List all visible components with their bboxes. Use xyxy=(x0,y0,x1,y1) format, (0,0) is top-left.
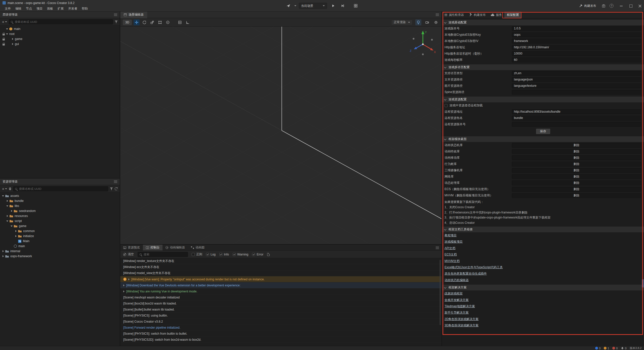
remote-load-checkbox[interactable] xyxy=(445,104,448,107)
preview-platform-icon[interactable] xyxy=(285,3,292,9)
caret-down-icon[interactable] xyxy=(294,5,296,6)
log-row[interactable]: [Window] model_view文件夹不存在 xyxy=(120,270,441,276)
solution-link[interactable]: 新手引导解决方案 xyxy=(445,310,469,316)
text-input[interactable]: 10000 xyxy=(512,51,641,56)
hierarchy-searchbox[interactable] xyxy=(9,19,113,24)
caret-icon[interactable] xyxy=(11,37,14,40)
caret-icon[interactable] xyxy=(6,32,9,35)
sort-icon[interactable] xyxy=(9,187,11,190)
asset-node[interactable]: main xyxy=(0,244,120,249)
menu-item[interactable]: 面板 xyxy=(45,7,55,11)
text-input[interactable]: http://192.168.0.150/main/ xyxy=(512,45,641,50)
asset-node[interactable]: Main xyxy=(0,239,120,244)
console-searchbox[interactable] xyxy=(138,252,188,257)
inspector-tab[interactable]: 框架配置 xyxy=(504,12,521,18)
section-header[interactable]: 框架文档工具链接 xyxy=(442,227,644,232)
log-filter[interactable]: Warning xyxy=(233,253,248,256)
log-row[interactable]: [Window] Download the Vue Devtools exten… xyxy=(120,282,441,288)
maximize-button[interactable] xyxy=(629,4,632,8)
caret-icon[interactable] xyxy=(14,230,17,233)
asset-node[interactable]: resources xyxy=(0,213,120,218)
preview-scene-select[interactable]: 当前场景 xyxy=(299,3,327,9)
delete-module-button[interactable]: 删除 xyxy=(512,162,641,166)
text-input[interactable]: http://localhost:8083/assets/bundle xyxy=(512,109,641,114)
hamburger-menu-icon[interactable] xyxy=(436,247,439,249)
help-icon[interactable]: ? xyxy=(610,4,614,8)
doc-link[interactable]: 教程项目 xyxy=(445,232,457,239)
delete-module-button[interactable]: 删除 xyxy=(512,155,641,160)
asset-node[interactable]: game xyxy=(0,224,120,229)
play-button[interactable] xyxy=(330,3,337,9)
close-button[interactable] xyxy=(638,4,641,8)
add-asset-button[interactable]: + xyxy=(2,187,7,191)
section-header[interactable]: 框架解决方案 xyxy=(442,285,644,290)
console-scrollbar[interactable] xyxy=(439,260,441,325)
caret-icon[interactable] xyxy=(2,250,5,253)
scene-viewport[interactable]: Y X Z xyxy=(120,27,441,244)
hamburger-menu-icon[interactable] xyxy=(114,181,117,183)
message-count-badge[interactable]: 3 xyxy=(595,347,600,350)
solution-link[interactable]: 2D角色扮演游戏解决方案 xyxy=(445,316,478,322)
orientation-gizmo[interactable]: Y X Z xyxy=(408,28,438,58)
log-filter[interactable]: Log xyxy=(206,253,216,256)
caret-icon[interactable] xyxy=(6,204,9,207)
delete-module-button[interactable]: 删除 xyxy=(512,143,641,148)
inspector-tab[interactable]: 服务 xyxy=(488,12,504,18)
package-icon[interactable] xyxy=(602,4,606,8)
filter-checkbox[interactable] xyxy=(219,253,222,256)
console-tab[interactable]: 资源预览 xyxy=(120,245,143,250)
log-row[interactable]: [Window] ecs文件夹不存在 xyxy=(120,264,441,270)
solution-link[interactable]: 全栈开发解决方案 xyxy=(445,297,469,303)
asset-node[interactable]: libs xyxy=(0,203,120,208)
assets-searchbox[interactable] xyxy=(13,186,108,191)
caret-icon[interactable] xyxy=(2,255,5,258)
log-filter[interactable]: Info xyxy=(219,253,229,256)
caret-icon[interactable] xyxy=(6,214,9,217)
doc-link[interactable]: 动画状态机编辑器 xyxy=(445,277,469,283)
log-row[interactable]: [Scene] [box2d]:box2d wasm lib loaded. xyxy=(120,300,441,307)
solution-link[interactable]: 3D角色扮演游戏解决方案 xyxy=(445,322,478,329)
filter-icon[interactable] xyxy=(110,187,113,190)
log-row[interactable]: [Scene] Cocos Creator v3.8.2 xyxy=(120,319,441,325)
asset-node[interactable]: assets xyxy=(0,193,120,198)
doc-link[interactable]: 游戏模板项目 xyxy=(445,239,463,245)
text-input[interactable]: oops xyxy=(512,32,641,37)
doc-link[interactable]: API文档 xyxy=(445,245,455,251)
asset-node[interactable]: oops-framework xyxy=(0,254,120,259)
text-input[interactable]: language/json xyxy=(512,77,641,82)
hierarchy-node[interactable]: gui xyxy=(0,41,120,47)
rect-tool-icon[interactable] xyxy=(157,19,163,25)
build-publish-button[interactable]: 构建发布 xyxy=(577,4,598,8)
log-row[interactable]: [Scene] [bullet]:bullet wasm lib loaded. xyxy=(120,307,441,313)
delete-module-button[interactable]: 删除 xyxy=(512,149,641,154)
asset-node[interactable]: internal xyxy=(0,249,120,254)
log-filter[interactable]: 正则 xyxy=(192,252,202,256)
caret-icon[interactable] xyxy=(6,27,9,30)
text-input[interactable] xyxy=(512,90,641,95)
asset-node[interactable]: bundle xyxy=(0,198,120,203)
export-log-icon[interactable] xyxy=(267,253,270,256)
section-header[interactable]: 游戏资源配置 xyxy=(442,97,644,102)
doc-link[interactable]: Excel格式转Json文件与TypeScript代码工具 xyxy=(445,264,503,271)
caret-icon[interactable] xyxy=(10,245,13,248)
console-tab[interactable]: 动画编辑器 xyxy=(163,245,188,250)
clear-console-button[interactable]: 清空 xyxy=(123,252,134,256)
inspector-scrollbar[interactable] xyxy=(642,279,643,288)
minimize-button[interactable] xyxy=(620,4,623,8)
text-input[interactable]: bundle xyxy=(512,116,641,120)
render-mode-select[interactable]: 正常渲染 xyxy=(391,20,413,25)
delete-module-button[interactable]: 删除 xyxy=(512,168,641,173)
delete-module-button[interactable]: 删除 xyxy=(512,187,641,192)
menu-item[interactable]: 扩展 xyxy=(55,7,66,11)
text-input[interactable]: 60 xyxy=(512,58,641,62)
save-button[interactable]: 保存 xyxy=(536,129,550,134)
caret-icon[interactable] xyxy=(11,42,14,46)
camera-icon[interactable] xyxy=(424,19,430,25)
filter-checkbox[interactable] xyxy=(206,253,209,256)
delete-module-button[interactable]: 删除 xyxy=(512,174,641,179)
hamburger-menu-icon[interactable] xyxy=(114,14,117,16)
section-header[interactable]: 游戏多语言配置 xyxy=(442,64,644,70)
solution-link[interactable]: Tiledmap地图解决方案 xyxy=(445,303,475,310)
scale-tool-icon[interactable] xyxy=(149,19,155,25)
menu-item[interactable]: 帮助 xyxy=(79,7,90,11)
